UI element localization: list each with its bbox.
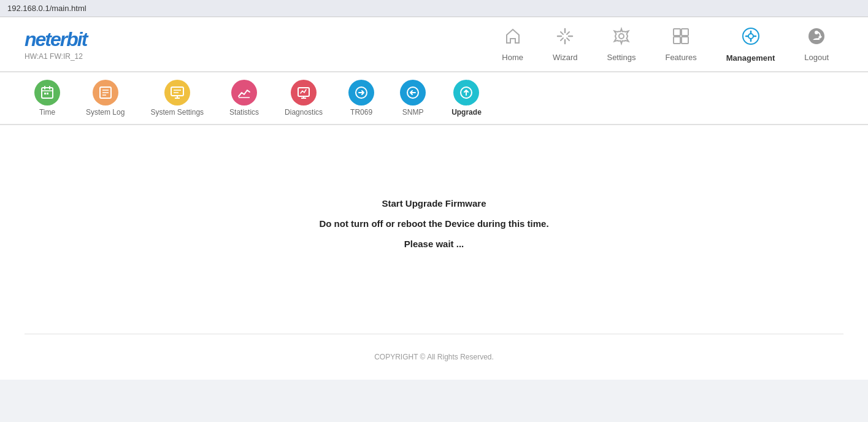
upgrade-line1: Start Upgrade Firmware [319,193,548,213]
statistics-icon [231,80,257,106]
subnav-tr069[interactable]: TR069 [339,77,384,119]
subnav-tr069-label: TR069 [350,108,372,117]
snmp-icon [400,80,426,106]
upgrade-line3: Please wait ... [319,234,548,254]
upgrade-message: Start Upgrade Firmware Do not turn off o… [319,193,548,254]
address-bar: 192.168.0.1/main.html [0,0,868,17]
syssettings-icon [164,80,190,106]
settings-icon [612,26,631,50]
svg-rect-12 [44,93,46,94]
svg-point-6 [808,28,824,44]
subnav-time-label: Time [39,108,55,117]
brand-hw-info: HW:A1 FW:IR_12 [25,52,86,61]
svg-rect-3 [682,37,688,44]
logout-icon [807,26,826,50]
svg-rect-2 [674,37,680,44]
subnav-upgrade-label: Upgrade [451,108,482,117]
nav-home-label: Home [502,53,523,62]
sub-nav: Time System Log [0,72,868,125]
subnav-diagnostics-label: Diagnostics [285,108,323,117]
nav-settings[interactable]: Settings [592,24,650,64]
url-text: 192.168.0.1/main.html [7,4,86,13]
nav-wizard-label: Wizard [553,53,577,62]
nav-management[interactable]: Management [712,23,789,65]
svg-point-5 [748,34,753,39]
upgrade-icon [453,80,479,106]
nav-home[interactable]: Home [487,24,538,64]
subnav-time[interactable]: Time [25,77,70,119]
footer: COPYRIGHT © All Rights Reserved. [0,347,868,380]
diagnostics-icon [291,80,317,106]
wizard-icon [555,26,575,50]
footer-divider [25,334,843,334]
top-nav: neterbit HW:A1 FW:IR_12 Home Wizard [0,17,868,72]
nav-features-label: Features [665,53,696,62]
nav-settings-label: Settings [607,53,636,62]
features-icon [671,26,691,50]
copyright-text: COPYRIGHT © All Rights Reserved. [374,353,494,361]
svg-rect-18 [171,87,183,96]
time-icon [34,80,60,106]
syslog-icon [93,80,118,106]
subnav-upgrade[interactable]: Upgrade [442,77,491,119]
home-icon [503,26,523,50]
nav-wizard[interactable]: Wizard [538,24,592,64]
nav-features[interactable]: Features [650,24,711,64]
subnav-snmp[interactable]: SNMP [390,77,436,119]
subnav-statistics[interactable]: Statistics [220,77,269,119]
brand-logo: neterbit [25,28,86,51]
subnav-statistics-label: Statistics [229,108,259,117]
upgrade-line2: Do not turn off or reboot the Device dur… [319,213,548,234]
brand: neterbit HW:A1 FW:IR_12 [25,28,86,61]
svg-point-7 [815,31,818,34]
nav-logout[interactable]: Logout [789,24,843,64]
nav-management-label: Management [726,53,775,63]
svg-rect-1 [682,29,688,36]
subnav-diagnostics[interactable]: Diagnostics [275,77,332,119]
nav-logout-label: Logout [804,53,829,62]
tr069-icon [348,80,374,106]
svg-rect-13 [47,93,48,94]
subnav-system-settings[interactable]: System Settings [140,77,213,119]
subnav-system-log[interactable]: System Log [76,77,134,119]
subnav-snmp-label: SNMP [402,108,424,117]
management-icon [740,26,761,51]
main-content: Start Upgrade Firmware Do not turn off o… [0,125,868,321]
subnav-system-log-label: System Log [86,108,125,117]
svg-rect-0 [674,29,680,36]
subnav-system-settings-label: System Settings [150,108,204,117]
